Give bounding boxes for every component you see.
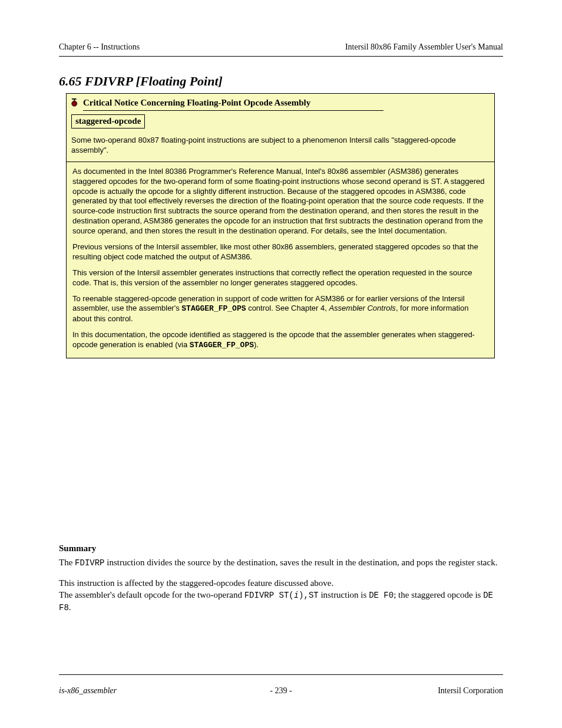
notice-paragraph: As documented in the Intel 80386 Program…	[72, 167, 488, 236]
text: The assembler's default opcode for the t…	[59, 590, 244, 599]
section-title: 6.65 FDIVRP [Floating Point]	[59, 74, 223, 89]
footer-center: - 239 -	[206, 686, 356, 696]
text: instruction divides the source by the de…	[105, 558, 498, 567]
page: Chapter 6 -- Instructions Intersil 80x86…	[0, 0, 562, 728]
notice-body: As documented in the Intel 80386 Program…	[67, 162, 494, 358]
notice-box: Critical Notice Concerning Floating-Poin…	[66, 93, 495, 358]
notice-paragraph: To reenable staggered-opcode generation …	[72, 294, 488, 325]
notice-title: Critical Notice Concerning Floating-Poin…	[83, 97, 384, 111]
notice-paragraph: In this documentation, the opcode identi…	[72, 330, 488, 351]
mono-text: DE F0	[369, 591, 394, 600]
summary-p2: This instruction is affected by the stag…	[59, 577, 503, 614]
summary-heading: Summary	[59, 542, 503, 554]
svg-rect-0	[72, 98, 77, 100]
text: ; the staggered opcode is	[394, 590, 483, 599]
text: This instruction is affected by the stag…	[59, 578, 333, 588]
mono-text: FDIVRP ST(	[244, 591, 294, 600]
text: The	[59, 558, 75, 567]
notice-heading-row: Critical Notice Concerning Floating-Poin…	[71, 97, 490, 111]
page-footer: is-x86_assembler - 239 - Intersil Corpor…	[59, 686, 503, 696]
footer-rule	[59, 674, 503, 675]
notice-header: Critical Notice Concerning Floating-Poin…	[67, 94, 494, 162]
mono-text: ),ST	[299, 591, 319, 600]
summary-p1: The FDIVRP instruction divides the sourc…	[59, 556, 503, 569]
page-header: Chapter 6 -- Instructions Intersil 80x86…	[59, 42, 503, 52]
notice-intro: Some two-operand 80x87 floating-point in…	[71, 136, 490, 156]
notice-paragraph: Previous versions of the Intersil assemb…	[72, 242, 488, 262]
footer-right: Intersil Corporation	[356, 686, 503, 696]
header-rule	[59, 56, 503, 57]
text: .	[69, 602, 71, 612]
header-left: Chapter 6 -- Instructions	[59, 42, 140, 52]
text: instruction is	[319, 590, 369, 599]
notice-defined-term: staggered-opcode	[71, 114, 145, 129]
summary-block: Summary The FDIVRP instruction divides t…	[59, 542, 503, 622]
mono-text: FDIVRP	[75, 558, 104, 568]
bomb-icon	[71, 98, 80, 107]
notice-paragraph: This version of the Intersil assembler g…	[72, 268, 488, 288]
footer-left: is-x86_assembler	[59, 686, 206, 696]
header-right: Intersil 80x86 Family Assembler User's M…	[345, 42, 503, 52]
mono-ital-text: i	[294, 591, 299, 600]
